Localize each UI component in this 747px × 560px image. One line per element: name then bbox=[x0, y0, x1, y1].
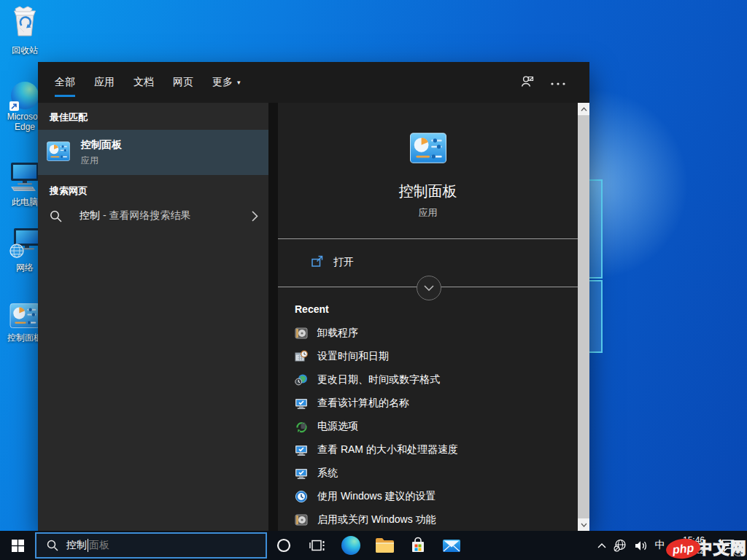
recent-item-label: 更改日期、时间或数字格式 bbox=[317, 373, 440, 386]
recent-item-view-ram[interactable]: 查看 RAM 的大小和处理器速度 bbox=[278, 438, 578, 462]
globe-clock-icon bbox=[295, 373, 308, 386]
cortana-icon bbox=[276, 537, 292, 553]
task-view-icon bbox=[309, 538, 325, 553]
action-center-button[interactable]: 1 bbox=[709, 531, 747, 560]
recycle-bin-icon bbox=[9, 4, 41, 43]
panel-gap-strip bbox=[268, 103, 278, 531]
recent-item-change-formats[interactable]: 更改日期、时间或数字格式 bbox=[278, 368, 578, 392]
desktop-icon-recycle-bin[interactable]: 回收站 bbox=[1, 4, 49, 55]
detail-title: 控制面板 bbox=[399, 182, 457, 201]
ime-indicator[interactable]: 中 bbox=[651, 531, 669, 560]
windows-features-icon bbox=[295, 513, 308, 526]
edge-icon bbox=[11, 82, 39, 109]
detail-subtitle: 应用 bbox=[419, 206, 438, 219]
web-search-result[interactable]: 控制 - 查看网络搜索结果 bbox=[38, 202, 268, 230]
account-filter-button[interactable] bbox=[515, 70, 540, 95]
this-pc-icon bbox=[8, 160, 42, 195]
recent-item-uninstall-program[interactable]: 卸载程序 bbox=[278, 322, 578, 345]
chevron-down-icon: ▾ bbox=[237, 79, 241, 86]
desktop-icon-label: 此电脑 bbox=[12, 197, 38, 207]
best-match-title: 控制面板 bbox=[81, 139, 122, 152]
tab-all[interactable]: 全部 bbox=[55, 62, 75, 103]
chevron-down-icon bbox=[424, 285, 434, 291]
desktop-icon-label: 控制面板 bbox=[7, 332, 42, 343]
tab-web[interactable]: 网页 bbox=[173, 62, 193, 103]
tab-label: 全部 bbox=[55, 76, 75, 89]
wallpaper-window-pane bbox=[588, 280, 603, 353]
web-search-header: 搜索网页 bbox=[38, 183, 268, 199]
clock-blue-icon bbox=[295, 490, 308, 503]
chevron-right-icon bbox=[252, 211, 258, 222]
desktop-icon-label: 回收站 bbox=[12, 45, 38, 55]
recent-item-windows-features[interactable]: 启用或关闭 Windows 功能 bbox=[278, 508, 578, 532]
best-match-header: 最佳匹配 bbox=[38, 103, 268, 125]
mail-button[interactable] bbox=[435, 531, 468, 560]
uninstall-program-icon bbox=[295, 327, 308, 340]
open-external-icon bbox=[311, 255, 324, 270]
shortcut-arrow-icon bbox=[9, 101, 19, 111]
scrollbar-thumb[interactable] bbox=[578, 115, 589, 518]
taskbar: 控制 面板 bbox=[0, 531, 747, 560]
recent-item-label: 启用或关闭 Windows 功能 bbox=[317, 513, 436, 526]
taskbar-clock[interactable]: 15:46 2021/12 bbox=[669, 535, 709, 556]
tab-label: 文档 bbox=[133, 76, 154, 89]
search-icon bbox=[50, 210, 62, 222]
search-suggestion-text: 面板 bbox=[89, 539, 109, 552]
scrollbar-up-button[interactable] bbox=[578, 103, 589, 115]
open-action[interactable]: 打开 bbox=[278, 249, 578, 276]
person-check-icon bbox=[519, 74, 535, 91]
recent-item-label: 查看 RAM 的大小和处理器速度 bbox=[317, 443, 458, 456]
recent-item-power-options[interactable]: 电源选项 bbox=[278, 415, 578, 438]
recent-list: 卸载程序 设置时间和日期 bbox=[278, 322, 578, 532]
tab-label: 更多 bbox=[212, 76, 233, 89]
volume-button[interactable] bbox=[631, 531, 651, 560]
recent-item-set-time-date[interactable]: 设置时间和日期 bbox=[278, 345, 578, 368]
network-status-button[interactable] bbox=[610, 531, 631, 560]
collapse-preview-button[interactable] bbox=[417, 276, 441, 300]
start-button[interactable] bbox=[0, 531, 35, 560]
computer-check-icon bbox=[295, 467, 308, 480]
options-button[interactable] bbox=[546, 70, 570, 95]
recent-item-label: 查看该计算机的名称 bbox=[317, 397, 409, 410]
computer-check-icon bbox=[295, 443, 308, 456]
detail-scrollbar[interactable] bbox=[578, 103, 589, 531]
control-panel-icon bbox=[47, 141, 70, 164]
recent-item-system[interactable]: 系统 bbox=[278, 462, 578, 485]
taskbar-search-input[interactable]: 控制 面板 bbox=[35, 532, 267, 559]
search-flyout-panel: 全部 应用 文档 网页 更多 ▾ bbox=[38, 62, 589, 531]
taskbar-edge-button[interactable] bbox=[334, 531, 368, 560]
clock-date: 2021/12 bbox=[673, 545, 705, 556]
scrollbar-down-button[interactable] bbox=[578, 518, 589, 531]
microsoft-store-button[interactable] bbox=[401, 531, 435, 560]
chevron-up-icon bbox=[581, 107, 587, 112]
tab-more[interactable]: 更多 ▾ bbox=[212, 62, 241, 103]
globe-no-internet-icon bbox=[614, 539, 627, 552]
search-filter-tabbar: 全部 应用 文档 网页 更多 ▾ bbox=[38, 62, 589, 103]
recent-item-label: 设置时间和日期 bbox=[317, 350, 389, 363]
tab-apps[interactable]: 应用 bbox=[94, 62, 115, 103]
recent-item-windows-recommended-settings[interactable]: 使用 Windows 建议的设置 bbox=[278, 485, 578, 508]
tray-expand-button[interactable] bbox=[594, 531, 610, 560]
speaker-icon bbox=[635, 540, 648, 551]
edge-icon bbox=[341, 536, 360, 555]
active-tab-underline bbox=[55, 95, 75, 97]
task-view-button[interactable] bbox=[301, 531, 334, 560]
power-plug-icon bbox=[295, 420, 308, 433]
file-explorer-button[interactable] bbox=[368, 531, 401, 560]
tab-documents[interactable]: 文档 bbox=[133, 62, 154, 103]
search-detail-pane: 控制面板 应用 打开 Recent bbox=[278, 103, 578, 531]
recent-item-computer-name[interactable]: 查看该计算机的名称 bbox=[278, 392, 578, 415]
ellipsis-icon bbox=[550, 76, 566, 89]
search-icon bbox=[47, 540, 58, 551]
network-icon bbox=[8, 226, 42, 260]
clock-time: 15:46 bbox=[673, 535, 705, 545]
store-icon bbox=[409, 537, 427, 554]
calendar-clock-icon bbox=[295, 350, 308, 363]
recent-item-label: 卸载程序 bbox=[317, 327, 358, 340]
control-panel-icon bbox=[410, 133, 446, 166]
text-caret bbox=[88, 539, 88, 552]
best-match-result-control-panel[interactable]: 控制面板 应用 bbox=[38, 130, 268, 175]
cortana-button[interactable] bbox=[267, 531, 301, 560]
search-panel-body: 最佳匹配 控制面板 应用 bbox=[38, 103, 589, 531]
search-results-column: 最佳匹配 控制面板 应用 bbox=[38, 103, 268, 531]
